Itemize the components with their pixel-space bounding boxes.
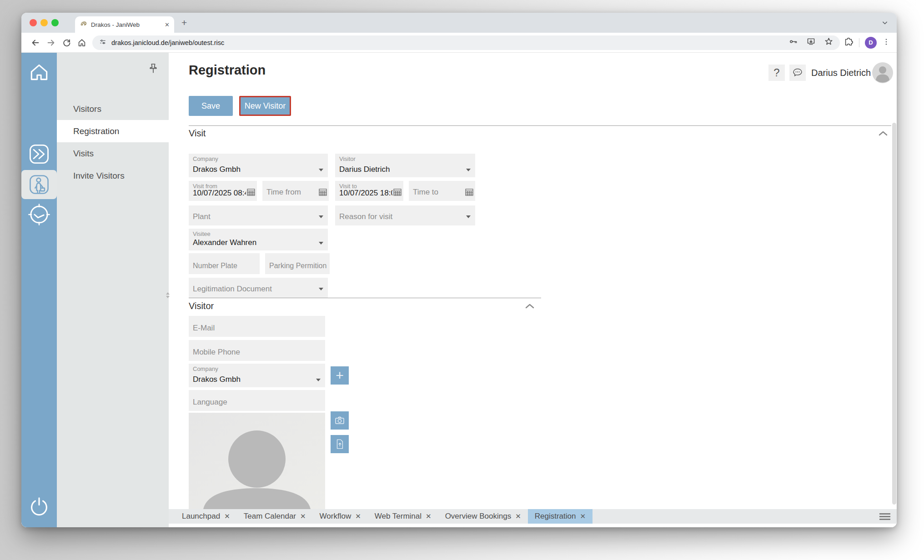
- browser-window: Drakos - JaniWeb ✕ +: [21, 13, 897, 527]
- mobile-phone-input[interactable]: Mobile Phone: [189, 340, 325, 361]
- panel-splitter-handle[interactable]: [166, 289, 170, 301]
- new-tab-button[interactable]: +: [181, 18, 187, 27]
- url-text[interactable]: drakos.janicloud.de/janiweb/outest.risc: [111, 39, 783, 46]
- dropdown-caret-icon: [466, 215, 471, 218]
- bottom-tab-registration[interactable]: Registration✕: [528, 509, 593, 524]
- add-company-button[interactable]: +: [331, 366, 349, 385]
- tab-search-chevron-icon[interactable]: [880, 18, 889, 29]
- pin-panel-icon[interactable]: [148, 63, 158, 77]
- reload-button[interactable]: [59, 35, 74, 50]
- desktop: Drakos - JaniWeb ✕ +: [0, 0, 924, 560]
- browser-tab[interactable]: Drakos - JaniWeb ✕: [75, 16, 174, 33]
- rail-visitor-person-icon: [28, 173, 50, 196]
- home-button[interactable]: [74, 35, 90, 50]
- page-title: Registration: [189, 63, 266, 78]
- open-tabs-bar: Launchpad✕ Team Calendar✕ Workflow✕ Web …: [169, 509, 897, 524]
- upload-photo-button[interactable]: [331, 435, 349, 453]
- calendar-icon[interactable]: [247, 189, 255, 198]
- language-input[interactable]: Language: [189, 390, 325, 411]
- nav-item-visits[interactable]: Visits: [57, 142, 169, 165]
- close-tab-icon[interactable]: ✕: [300, 512, 306, 520]
- rail-home-icon[interactable]: [21, 62, 57, 84]
- nav-item-invite-visitors[interactable]: Invite Visitors: [57, 165, 169, 187]
- plant-select[interactable]: Plant: [189, 205, 328, 225]
- chat-button[interactable]: [789, 65, 806, 81]
- visitor-company-select[interactable]: Company Drakos Gmbh: [189, 364, 325, 387]
- calendar-icon[interactable]: [393, 189, 402, 198]
- visitor-select[interactable]: Visitor Darius Dietrich: [335, 154, 475, 177]
- icon-rail: [21, 53, 57, 527]
- address-bar[interactable]: drakos.janicloud.de/janiweb/outest.risc: [92, 35, 840, 50]
- chrome-profile-avatar[interactable]: D: [865, 37, 877, 49]
- calendar-icon[interactable]: [319, 189, 327, 198]
- bottom-tab-team-calendar[interactable]: Team Calendar✕: [237, 509, 313, 524]
- favicon-dragon-icon: [80, 20, 87, 30]
- forward-button[interactable]: [43, 35, 59, 50]
- visit-to-date-input[interactable]: Visit to 10/07/2025 18:00: [335, 181, 403, 201]
- email-input[interactable]: E-Mail: [189, 316, 325, 337]
- app-page: Visitors Registration Visits Invite Visi…: [21, 53, 897, 527]
- bottom-tab-web-terminal[interactable]: Web Terminal✕: [368, 509, 438, 524]
- chrome-menu-icon[interactable]: [882, 38, 890, 48]
- tab-list-menu-icon[interactable]: [879, 513, 890, 521]
- nav-item-visitors[interactable]: Visitors: [57, 98, 169, 120]
- dropdown-caret-icon: [319, 242, 323, 245]
- rail-visitors-active-tile[interactable]: [21, 170, 57, 199]
- dropdown-caret-icon: [319, 288, 323, 290]
- site-info-icon[interactable]: [99, 38, 107, 48]
- take-photo-button[interactable]: [331, 411, 349, 430]
- bottom-tab-workflow[interactable]: Workflow✕: [313, 509, 368, 524]
- visitor-photo-placeholder: [189, 413, 325, 509]
- save-button[interactable]: Save: [189, 96, 233, 116]
- zoom-window-button[interactable]: [51, 19, 59, 26]
- plus-icon: +: [336, 369, 344, 382]
- help-button[interactable]: ?: [768, 65, 785, 81]
- user-avatar[interactable]: [872, 62, 893, 85]
- calendar-icon[interactable]: [465, 189, 473, 198]
- nav-item-registration[interactable]: Registration: [57, 120, 169, 142]
- tab-title: Drakos - JaniWeb: [91, 21, 165, 28]
- company-select[interactable]: Company Drakos Gmbh: [189, 154, 328, 177]
- visitee-select[interactable]: Visitee Alexander Wahren: [189, 229, 328, 250]
- number-plate-input[interactable]: Number Plate: [189, 253, 260, 274]
- time-to-input[interactable]: Time to: [409, 181, 475, 201]
- new-visitor-button[interactable]: New Visitor: [239, 96, 291, 116]
- visitor-collapse-chevron-icon[interactable]: [525, 303, 535, 311]
- visit-collapse-chevron-icon[interactable]: [878, 130, 888, 138]
- legitimation-document-select[interactable]: Legitimation Document: [189, 278, 328, 298]
- install-app-icon[interactable]: [806, 37, 816, 48]
- dropdown-caret-icon: [319, 169, 323, 171]
- user-name: Darius Dietrich: [811, 68, 871, 78]
- camera-icon: [334, 415, 345, 426]
- dropdown-caret-icon: [466, 169, 471, 171]
- tab-close-icon[interactable]: ✕: [165, 21, 170, 28]
- visit-section-title: Visit: [189, 128, 206, 139]
- browser-toolbar: drakos.janicloud.de/janiweb/outest.risc: [21, 33, 897, 53]
- visit-from-date-input[interactable]: Visit from 10/07/2025 08:42: [189, 181, 257, 201]
- bottom-tab-launchpad[interactable]: Launchpad✕: [175, 509, 237, 524]
- close-tab-icon[interactable]: ✕: [355, 512, 361, 520]
- rail-clock-icon[interactable]: [21, 203, 57, 226]
- close-tab-icon[interactable]: ✕: [580, 512, 586, 520]
- minimize-window-button[interactable]: [40, 19, 48, 26]
- bookmark-star-icon[interactable]: [824, 37, 834, 48]
- close-tab-icon[interactable]: ✕: [224, 512, 230, 520]
- reason-for-visit-select[interactable]: Reason for visit: [335, 205, 475, 225]
- rail-logout-power-icon[interactable]: [21, 495, 57, 518]
- chat-bubble-icon: [792, 67, 803, 79]
- dropdown-caret-icon: [316, 379, 321, 381]
- extensions-puzzle-icon[interactable]: [844, 37, 854, 49]
- close-window-button[interactable]: [30, 19, 37, 26]
- close-tab-icon[interactable]: ✕: [426, 512, 432, 520]
- parking-permition-input[interactable]: Parking Permition: [265, 253, 330, 274]
- content-scrollbar[interactable]: [892, 123, 896, 505]
- person-silhouette-icon: [189, 413, 325, 509]
- bottom-tab-overview-bookings[interactable]: Overview Bookings✕: [438, 509, 528, 524]
- section-divider: [189, 298, 541, 298]
- password-key-icon[interactable]: [788, 37, 798, 48]
- time-from-input[interactable]: Time from: [262, 181, 329, 201]
- toolbar-separator: [859, 38, 859, 47]
- back-button[interactable]: [28, 35, 43, 50]
- rail-workflow-icon[interactable]: [21, 143, 57, 165]
- close-tab-icon[interactable]: ✕: [515, 512, 521, 520]
